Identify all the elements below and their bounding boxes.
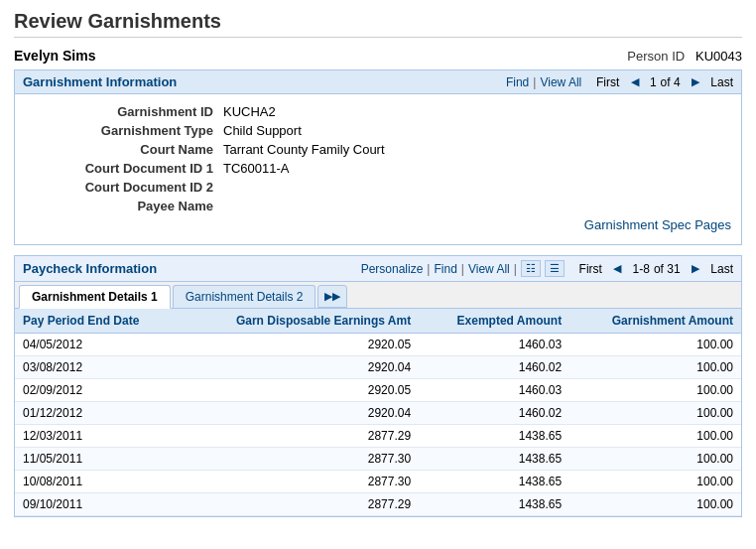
cell-garnishment: 100.00	[569, 402, 741, 425]
court-doc-id2-label: Court Document ID 2	[25, 180, 223, 195]
garnishment-current: 1	[650, 75, 657, 89]
table-header-row: Pay Period End Date Garn Disposable Earn…	[15, 309, 741, 334]
cell-exempted: 1438.65	[419, 471, 569, 493]
cell-date: 02/09/2012	[15, 379, 181, 402]
cell-exempted: 1460.02	[419, 402, 569, 425]
table-row: 09/10/2011 2877.29 1438.65 100.00	[15, 493, 741, 516]
tab-extra-icon[interactable]: ▶▶	[317, 285, 347, 308]
cell-garnishment: 100.00	[569, 493, 741, 516]
cell-date: 09/10/2011	[15, 493, 181, 516]
cell-exempted: 1438.65	[419, 448, 569, 471]
table-row: 01/12/2012 2920.04 1460.02 100.00	[15, 402, 741, 425]
cell-date: 11/05/2011	[15, 448, 181, 471]
court-name-label: Court Name	[25, 142, 223, 157]
garnishment-form: Garnishment ID KUCHA2 Garnishment Type C…	[14, 94, 742, 245]
paycheck-prev-arrow[interactable]: ◀	[613, 262, 621, 275]
cell-garnishment: 100.00	[569, 471, 741, 493]
person-id-area: Person ID KU0043	[627, 49, 742, 64]
cell-date: 12/03/2011	[15, 425, 181, 448]
person-info: Evelyn Sims Person ID KU0043	[14, 48, 742, 64]
cell-exempted: 1460.03	[419, 379, 569, 402]
garnishment-last-label: Last	[710, 75, 733, 89]
cell-earnings: 2920.05	[181, 379, 419, 402]
garnishment-of-label: of 4	[661, 75, 681, 89]
col-garnishment: Garnishment Amount	[569, 309, 741, 334]
cell-garnishment: 100.00	[569, 379, 741, 402]
cell-exempted: 1460.02	[419, 356, 569, 379]
table-row: 11/05/2011 2877.30 1438.65 100.00	[15, 448, 741, 471]
garnishment-id-row: Garnishment ID KUCHA2	[15, 102, 741, 121]
court-doc-id2-row: Court Document ID 2	[15, 178, 741, 197]
garnishment-table: Pay Period End Date Garn Disposable Earn…	[15, 309, 741, 516]
cell-exempted: 1438.65	[419, 425, 569, 448]
court-doc-id1-value: TC60011-A	[223, 161, 289, 176]
paycheck-grid-icon[interactable]: ☷	[521, 260, 541, 277]
cell-date: 10/08/2011	[15, 471, 181, 493]
table-row: 04/05/2012 2920.05 1460.03 100.00	[15, 334, 741, 356]
cell-earnings: 2920.05	[181, 334, 419, 356]
court-name-row: Court Name Tarrant County Family Court	[15, 140, 741, 159]
cell-date: 04/05/2012	[15, 334, 181, 356]
garnishment-id-label: Garnishment ID	[25, 104, 223, 119]
paycheck-last-label: Last	[710, 262, 733, 276]
cell-date: 03/08/2012	[15, 356, 181, 379]
person-id-label: Person ID	[627, 49, 685, 64]
cell-garnishment: 100.00	[569, 356, 741, 379]
spec-pages-row: Garnishment Spec Pages	[15, 215, 741, 234]
tab-garnishment-details-2[interactable]: Garnishment Details 2	[173, 285, 316, 308]
table-row: 12/03/2011 2877.29 1438.65 100.00	[15, 425, 741, 448]
cell-exempted: 1460.03	[419, 334, 569, 356]
cell-garnishment: 100.00	[569, 334, 741, 356]
payee-name-row: Payee Name	[15, 197, 741, 215]
cell-earnings: 2877.29	[181, 493, 419, 516]
col-earnings: Garn Disposable Earnings Amt	[181, 309, 419, 334]
paycheck-spreadsheet-icon[interactable]: ☰	[545, 260, 565, 277]
garnishment-type-value: Child Support	[223, 123, 302, 138]
garnishment-view-all-link[interactable]: View All	[540, 75, 581, 89]
cell-exempted: 1438.65	[419, 493, 569, 516]
court-doc-id1-label: Court Document ID 1	[25, 161, 223, 176]
cell-earnings: 2920.04	[181, 356, 419, 379]
garnishment-section-header: Garnishment Information Find | View All …	[14, 69, 742, 94]
garnishment-id-value: KUCHA2	[223, 104, 276, 119]
page-title: Review Garnishments	[14, 10, 742, 38]
garnishment-next-arrow[interactable]: ▶	[692, 75, 699, 88]
col-date: Pay Period End Date	[15, 309, 181, 334]
paycheck-find-link[interactable]: Find	[434, 262, 456, 276]
cell-earnings: 2920.04	[181, 402, 419, 425]
paycheck-first-label: First	[579, 262, 602, 276]
payee-name-label: Payee Name	[25, 199, 223, 213]
person-name: Evelyn Sims	[14, 48, 96, 64]
paycheck-personalize-link[interactable]: Personalize	[361, 262, 424, 276]
paycheck-section: Paycheck Information Personalize | Find …	[14, 255, 742, 517]
garnishment-type-row: Garnishment Type Child Support	[15, 121, 741, 140]
court-name-value: Tarrant County Family Court	[223, 142, 385, 157]
person-id-value: KU0043	[695, 49, 742, 64]
cell-date: 01/12/2012	[15, 402, 181, 425]
paycheck-current: 1-8	[633, 262, 650, 276]
cell-garnishment: 100.00	[569, 448, 741, 471]
table-row: 03/08/2012 2920.04 1460.02 100.00	[15, 356, 741, 379]
table-row: 02/09/2012 2920.05 1460.03 100.00	[15, 379, 741, 402]
page-container: Review Garnishments Evelyn Sims Person I…	[0, 0, 756, 527]
garnishment-nav-controls: Find | View All First ◀ 1 of 4 ▶ Last	[506, 75, 733, 89]
garnishment-section-title: Garnishment Information	[23, 74, 177, 89]
tab-bar: Garnishment Details 1 Garnishment Detail…	[15, 282, 741, 309]
spec-pages-link[interactable]: Garnishment Spec Pages	[584, 217, 731, 232]
paycheck-nav: Personalize | Find | View All | ☷ ☰ Firs…	[361, 260, 733, 277]
garnishment-find-link[interactable]: Find	[506, 75, 529, 89]
paycheck-next-arrow[interactable]: ▶	[692, 262, 699, 275]
paycheck-view-all-link[interactable]: View All	[468, 262, 510, 276]
col-exempted: Exempted Amount	[419, 309, 569, 334]
cell-earnings: 2877.30	[181, 448, 419, 471]
garnishment-type-label: Garnishment Type	[25, 123, 223, 138]
cell-earnings: 2877.30	[181, 471, 419, 493]
paycheck-header: Paycheck Information Personalize | Find …	[15, 256, 741, 282]
court-doc-id1-row: Court Document ID 1 TC60011-A	[15, 159, 741, 178]
garnishment-first-label: First	[596, 75, 619, 89]
garnishment-prev-arrow[interactable]: ◀	[631, 75, 639, 88]
cell-garnishment: 100.00	[569, 425, 741, 448]
table-row: 10/08/2011 2877.30 1438.65 100.00	[15, 471, 741, 493]
cell-earnings: 2877.29	[181, 425, 419, 448]
tab-garnishment-details-1[interactable]: Garnishment Details 1	[19, 285, 171, 309]
